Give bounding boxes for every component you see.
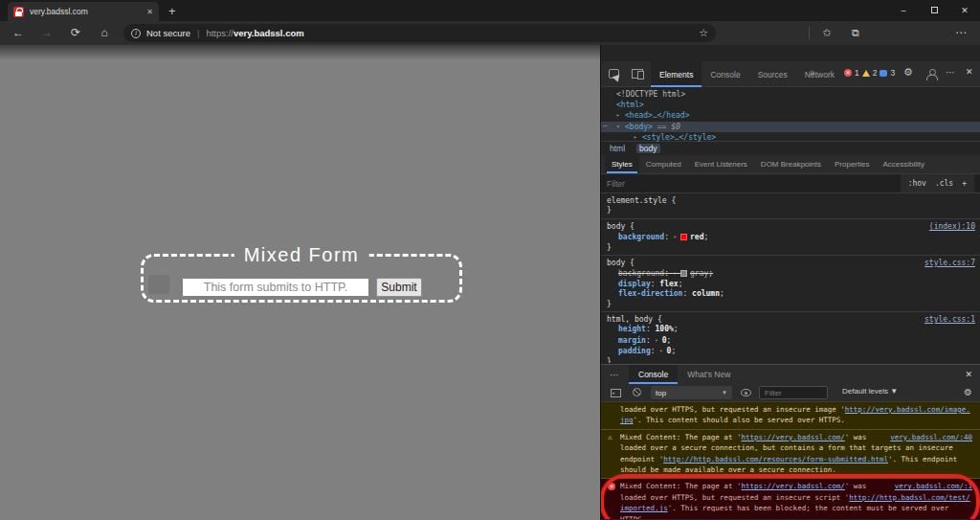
devtools-tab-elements[interactable]: Elements: [651, 61, 702, 87]
collections-icon[interactable]: ⧉: [847, 24, 864, 41]
devtools-menu-icon[interactable]: ⋯: [946, 67, 956, 78]
dom-tree-row[interactable]: <!DOCTYPE html>: [601, 90, 980, 101]
favorites-bar-icon[interactable]: ✩: [818, 24, 835, 41]
drawer-tab-console[interactable]: Console: [629, 365, 678, 384]
styles-filter-input[interactable]: Filter: [607, 179, 901, 189]
maximize-button[interactable]: [919, 6, 949, 15]
css-rules-list: element.style {}(index):10body {backgrou…: [601, 193, 980, 363]
drawer-menu-icon[interactable]: ⋯: [601, 365, 629, 384]
address-bar[interactable]: i Not secure | https://very.badssl.com ☆: [123, 24, 716, 42]
console-settings-gear-icon[interactable]: ⚙: [964, 387, 972, 397]
color-swatch[interactable]: [680, 234, 687, 240]
site-info-icon[interactable]: i: [131, 29, 141, 38]
dom-tree: <!DOCTYPE html><html>▸<head>…</head>⋯▾<b…: [601, 87, 980, 141]
tab-close-icon[interactable]: ✕: [146, 8, 153, 16]
console-url-link[interactable]: http://http.badssl.com/resources/form-su…: [663, 455, 888, 463]
device-toolbar-icon[interactable]: [632, 69, 643, 79]
color-swatch[interactable]: [680, 270, 687, 277]
devtools-settings-gear-icon[interactable]: ⚙: [903, 66, 913, 79]
css-rule[interactable]: element.style {}: [601, 193, 980, 219]
bookmark-star-icon[interactable]: ☆: [699, 27, 708, 39]
live-expression-eye-icon[interactable]: [741, 389, 751, 396]
console-source-link[interactable]: very.badssl.com/:40: [890, 432, 972, 442]
forward-icon[interactable]: →: [38, 24, 56, 41]
devtools-tab-console[interactable]: Console: [702, 61, 748, 87]
css-rule-source-link[interactable]: style.css:1: [924, 315, 975, 325]
browser-menu-icon[interactable]: ⋯: [952, 24, 969, 41]
close-window-button[interactable]: ✕: [949, 6, 980, 15]
styles-filter-bar: Filter :hov .cls +: [601, 174, 980, 193]
info-badge-icon: [880, 70, 887, 77]
console-filter-placeholder: Filter: [765, 389, 782, 397]
console-message-error[interactable]: ✕very.badssl.com/:1Mixed Content: The pa…: [601, 479, 980, 519]
tab-strip: very.badssl.com ✕ + – ✕: [0, 0, 980, 21]
console-message-warning[interactable]: loaded over HTTPS, but requested an inse…: [601, 402, 980, 430]
styles-pane-tabs: StylesComputedEvent ListenersDOM Breakpo…: [601, 155, 980, 174]
home-icon[interactable]: ⌂: [96, 24, 113, 41]
devtools-tab-network[interactable]: Network: [796, 61, 843, 87]
issue-badges[interactable]: ✕ 1 2 3: [844, 68, 895, 78]
dom-tree-row[interactable]: ⋯▾<body> == $0: [601, 122, 980, 133]
styles-tab-styles[interactable]: Styles: [605, 155, 639, 173]
warning-icon: ⚠: [608, 433, 612, 441]
styles-tab-accessibility[interactable]: Accessibility: [876, 155, 931, 173]
mixed-form-legend: Mixed Form: [234, 244, 369, 266]
url-separator: |: [197, 28, 199, 38]
dom-tree-row[interactable]: ▸<style>…</style>: [601, 132, 980, 144]
dom-tree-row[interactable]: <html>: [601, 101, 980, 111]
breadcrumb-item-html[interactable]: html: [610, 144, 625, 153]
console-message-warning[interactable]: ⚠very.badssl.com/:40Mixed Content: The p…: [601, 430, 980, 480]
css-rule-source-link[interactable]: (index):10: [929, 222, 975, 232]
new-style-rule-button[interactable]: +: [962, 179, 967, 188]
css-rule[interactable]: (index):10body {background: ▸ red;}: [601, 219, 980, 256]
feedback-person-icon[interactable]: [926, 69, 936, 79]
form-text-input[interactable]: [183, 279, 368, 296]
browser-tab[interactable]: very.badssl.com ✕: [8, 2, 159, 21]
breadcrumb-item-body[interactable]: body: [636, 144, 659, 153]
clear-console-icon[interactable]: [633, 388, 641, 396]
styles-tab-event-listeners[interactable]: Event Listeners: [688, 155, 754, 173]
more-tabs-icon[interactable]: »: [810, 67, 815, 78]
window-controls: – ✕: [888, 0, 980, 21]
console-drawer-tabs: ⋯ ConsoleWhat's New✕: [601, 365, 980, 384]
console-url-link[interactable]: http://very.badssl.com/image.jpg: [620, 405, 970, 424]
inspect-element-icon[interactable]: [609, 69, 619, 79]
css-rule[interactable]: style.css:7body {background: ▸ gray;disp…: [601, 256, 980, 312]
back-icon[interactable]: ←: [10, 24, 27, 41]
styles-tab-dom-breakpoints[interactable]: DOM Breakpoints: [754, 155, 828, 173]
console-filter-input[interactable]: Filter: [759, 386, 828, 399]
toolbar-shadow: [0, 45, 601, 60]
page-content: Mixed Form Submit: [0, 45, 601, 520]
insecure-image: [148, 275, 169, 294]
execution-context-dropdown[interactable]: top ▼: [651, 386, 732, 399]
error-badge-icon: ✕: [844, 69, 852, 77]
styles-tab-computed[interactable]: Computed: [639, 155, 688, 173]
css-rule-source-link[interactable]: style.css:7: [924, 259, 975, 268]
dom-tree-row[interactable]: ▸<head>…</head>: [601, 110, 980, 122]
browser-toolbar: ← → ⟳ ⌂ i Not secure | https://very.bads…: [0, 21, 980, 45]
console-url-link[interactable]: https://very.badssl.com/: [741, 482, 844, 490]
error-icon: ✕: [608, 483, 615, 490]
hover-state-toggle[interactable]: :hov: [908, 179, 926, 188]
console-sidebar-icon[interactable]: ▸: [611, 389, 621, 397]
minimize-button[interactable]: –: [888, 6, 919, 15]
console-source-link[interactable]: very.badssl.com/:1: [895, 481, 972, 491]
devtools-tab-sources[interactable]: Sources: [749, 61, 796, 87]
css-rule[interactable]: style.css:1html, body {height: 100%;marg…: [601, 312, 980, 363]
drawer-close-icon[interactable]: ✕: [965, 370, 972, 379]
console-url-link[interactable]: https://very.badssl.com/: [741, 433, 844, 441]
class-toggle[interactable]: .cls: [935, 179, 953, 188]
refresh-icon[interactable]: ⟳: [67, 24, 84, 41]
new-tab-button[interactable]: +: [168, 4, 176, 19]
console-url-link[interactable]: http://http.badssl.com/test/imported.js: [620, 493, 970, 512]
toolbar-divider: [809, 27, 810, 39]
submit-button[interactable]: Submit: [376, 278, 422, 297]
drawer-tab-what-s-new[interactable]: What's New: [678, 365, 740, 384]
info-count: 3: [890, 68, 895, 78]
maximize-icon: [931, 7, 938, 13]
log-levels-dropdown[interactable]: Default levels ▼: [842, 387, 898, 396]
browser-window: very.badssl.com ✕ + – ✕ ← → ⟳ ⌂ i Not se…: [0, 0, 980, 520]
styles-tab-properties[interactable]: Properties: [828, 155, 876, 173]
console-drawer: ⋯ ConsoleWhat's New✕ ▸ top ▼ Filter Defa…: [601, 364, 980, 520]
devtools-close-icon[interactable]: ✕: [966, 67, 973, 77]
